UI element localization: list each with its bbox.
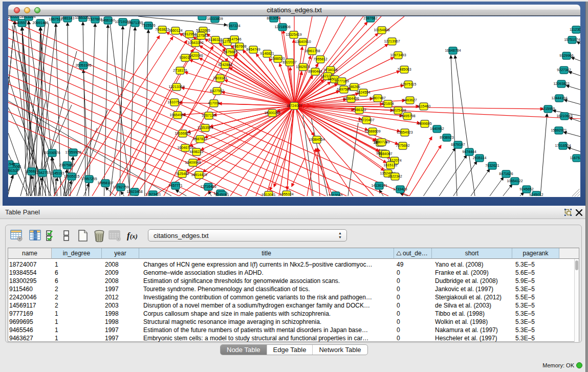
svg-text:16033809: 16033809 [207, 17, 223, 20]
svg-text:8427552: 8427552 [210, 89, 224, 93]
svg-text:18807249: 18807249 [374, 140, 389, 144]
svg-text:2867608: 2867608 [232, 45, 246, 48]
svg-text:16914479: 16914479 [191, 173, 207, 177]
svg-text:4498222: 4498222 [189, 150, 203, 154]
svg-text:3675685: 3675685 [223, 50, 237, 54]
svg-text:12923411: 12923411 [145, 192, 161, 196]
svg-text:10654122: 10654122 [507, 179, 522, 183]
svg-text:8587832: 8587832 [193, 137, 207, 141]
svg-text:18720407: 18720407 [358, 118, 374, 122]
svg-text:7075692: 7075692 [396, 144, 409, 147]
svg-text:9463627: 9463627 [403, 98, 417, 102]
svg-text:18724007: 18724007 [286, 104, 302, 107]
svg-text:9147546: 9147546 [227, 37, 241, 41]
svg-text:8471626: 8471626 [499, 172, 513, 176]
svg-text:1588520: 1588520 [271, 57, 285, 60]
svg-text:10025438: 10025438 [390, 108, 406, 112]
svg-text:9329966: 9329966 [559, 54, 573, 57]
svg-text:18300295: 18300295 [264, 111, 280, 115]
svg-text:15751074: 15751074 [564, 38, 580, 41]
svg-text:391511: 391511 [8, 169, 19, 172]
svg-text:7515526: 7515526 [141, 24, 155, 27]
svg-text:9227342: 9227342 [557, 68, 571, 72]
svg-text:14136141: 14136141 [371, 184, 387, 187]
svg-text:20364436: 20364436 [343, 97, 359, 100]
svg-text:20691406: 20691406 [32, 21, 48, 25]
svg-text:7357224: 7357224 [226, 24, 240, 28]
svg-text:7986322: 7986322 [352, 108, 366, 112]
svg-text:911546: 911546 [8, 162, 15, 166]
svg-text:9242848: 9242848 [218, 63, 232, 67]
svg-text:12218506: 12218506 [274, 25, 290, 29]
svg-text:12213364: 12213364 [168, 85, 184, 89]
svg-text:8913204: 8913204 [21, 16, 35, 18]
svg-text:1112304: 1112304 [570, 28, 580, 31]
svg-text:2081143: 2081143 [61, 16, 75, 20]
svg-text:9734028: 9734028 [323, 68, 337, 72]
svg-text:6497568: 6497568 [337, 87, 351, 91]
svg-text:9384067: 9384067 [378, 152, 392, 156]
svg-text:9313046: 9313046 [329, 193, 342, 196]
svg-text:10973493: 10973493 [390, 53, 406, 57]
svg-text:8813054: 8813054 [267, 16, 280, 20]
svg-text:2803144: 2803144 [213, 76, 227, 80]
svg-text:2387682: 2387682 [363, 16, 377, 20]
svg-text:3267130: 3267130 [202, 114, 215, 117]
svg-text:417006: 417006 [208, 101, 220, 105]
svg-text:3660124: 3660124 [168, 29, 182, 32]
svg-text:16961758: 16961758 [304, 49, 320, 53]
svg-text:939011: 939011 [180, 56, 191, 59]
svg-text:16210643: 16210643 [556, 114, 572, 118]
svg-text:6899695: 6899695 [418, 122, 431, 125]
svg-text:2405572: 2405572 [8, 16, 22, 18]
svg-text:9245061: 9245061 [215, 193, 229, 196]
svg-text:7625402: 7625402 [175, 172, 189, 176]
svg-text:8990448: 8990448 [308, 70, 322, 73]
svg-text:12444194: 12444194 [551, 96, 567, 100]
svg-text:15495798: 15495798 [399, 114, 415, 118]
svg-text:9146821: 9146821 [260, 52, 274, 55]
svg-text:19384554: 19384554 [309, 138, 324, 141]
svg-text:1615132: 1615132 [383, 163, 397, 167]
svg-text:17975115: 17975115 [401, 82, 417, 86]
svg-text:10154838: 10154838 [374, 28, 389, 32]
svg-text:13325419: 13325419 [286, 33, 301, 36]
svg-text:12342757: 12342757 [34, 171, 50, 174]
svg-text:1610752: 1610752 [167, 100, 181, 104]
svg-text:10688609: 10688609 [364, 129, 380, 133]
svg-text:1733426: 1733426 [393, 187, 407, 191]
svg-text:16671355: 16671355 [127, 21, 143, 25]
svg-text:9457771: 9457771 [168, 184, 182, 187]
svg-text:9245652: 9245652 [519, 187, 533, 191]
svg-text:10807487: 10807487 [369, 96, 385, 100]
svg-text:26053346: 26053346 [75, 63, 91, 67]
svg-text:8322037: 8322037 [282, 60, 296, 64]
svg-text:1167534: 1167534 [570, 156, 580, 160]
svg-text:23975867: 23975867 [59, 163, 75, 167]
svg-text:1145193: 1145193 [51, 171, 64, 175]
svg-text:9777169: 9777169 [335, 79, 349, 83]
svg-text:9115460: 9115460 [417, 104, 431, 108]
svg-text:12409948: 12409948 [185, 161, 201, 164]
svg-text:10958107: 10958107 [97, 181, 113, 185]
svg-text:3215955: 3215955 [541, 107, 555, 111]
svg-text:1405572: 1405572 [15, 21, 29, 25]
svg-text:16782759: 16782759 [113, 185, 128, 189]
svg-text:15692971: 15692971 [551, 128, 567, 132]
svg-text:6879197: 6879197 [451, 143, 465, 146]
svg-text:19654982: 19654982 [169, 113, 185, 117]
svg-text:8938923: 8938923 [440, 136, 453, 139]
svg-text:10543392: 10543392 [187, 41, 203, 45]
svg-text:13640910: 13640910 [295, 40, 311, 43]
svg-text:17359928: 17359928 [65, 150, 81, 154]
svg-text:9313041: 9313041 [262, 193, 275, 196]
svg-text:1055324: 1055324 [279, 192, 293, 196]
svg-text:7632621: 7632621 [485, 164, 499, 167]
svg-text:7485063: 7485063 [397, 68, 411, 71]
svg-text:2522342: 2522342 [388, 174, 402, 178]
svg-text:11353594: 11353594 [198, 126, 213, 129]
svg-text:7955812: 7955812 [313, 57, 327, 61]
svg-text:20206576: 20206576 [44, 151, 60, 155]
svg-text:2935114: 2935114 [473, 156, 487, 160]
svg-text:1362615: 1362615 [296, 65, 310, 69]
